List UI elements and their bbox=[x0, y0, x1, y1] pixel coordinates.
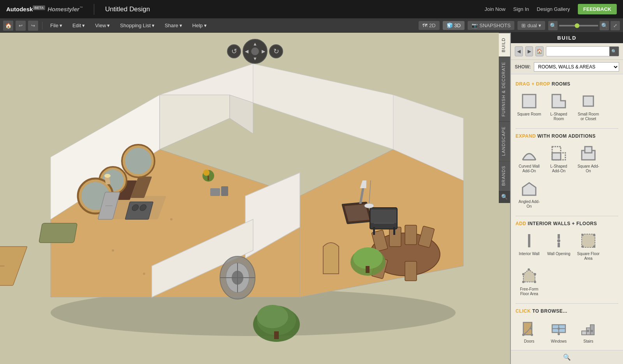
pan-right-arrow[interactable]: ▶ bbox=[262, 49, 265, 54]
svg-marker-87 bbox=[523, 270, 535, 282]
zoom-slider[interactable] bbox=[559, 25, 598, 26]
build-tab-header[interactable]: BUILD bbox=[511, 33, 623, 43]
landscape-tab[interactable]: LANDSCAPE bbox=[499, 121, 510, 161]
square-addon-card[interactable]: Square Add-On bbox=[575, 142, 602, 175]
curved-wall-icon bbox=[519, 144, 539, 163]
svg-point-55 bbox=[170, 218, 172, 220]
floor-plan-canvas[interactable] bbox=[0, 33, 510, 364]
expand-button[interactable]: ⤢ bbox=[611, 21, 620, 30]
svg-marker-77 bbox=[523, 183, 536, 195]
build-tab[interactable]: BUILD bbox=[499, 33, 510, 57]
pan-down-arrow[interactable]: ▼ bbox=[253, 56, 257, 61]
pan-left-arrow[interactable]: ◀ bbox=[245, 49, 248, 54]
windows-card[interactable]: Windows bbox=[545, 317, 572, 345]
rooms-section-header: DRAG + DROP ROOMS bbox=[516, 78, 618, 88]
small-room-label: Small Room or Closet bbox=[576, 112, 600, 121]
undo-button[interactable]: ↩ bbox=[16, 21, 26, 31]
svg-point-56 bbox=[143, 273, 145, 275]
view-2d-button[interactable]: 🗺 2D bbox=[419, 21, 440, 30]
svg-rect-66 bbox=[39, 223, 77, 243]
l-shaped-addon-label: L-Shaped Add-On bbox=[547, 164, 571, 173]
menu-file[interactable]: File ▾ bbox=[46, 21, 66, 30]
svg-rect-71 bbox=[583, 96, 593, 106]
brand-name: AutodeskBETA bbox=[6, 6, 45, 12]
l-shaped-addon-card[interactable]: L-Shaped Add-On bbox=[545, 142, 572, 175]
svg-point-84 bbox=[593, 234, 595, 236]
doors-card[interactable]: Doors bbox=[516, 317, 543, 345]
menu-help[interactable]: Help ▾ bbox=[188, 21, 211, 30]
svg-point-85 bbox=[581, 245, 584, 248]
zoom-controls: 🔍 🔍 ⤢ bbox=[548, 21, 620, 30]
menu-view[interactable]: View ▾ bbox=[91, 21, 114, 30]
zoom-thumb[interactable] bbox=[575, 23, 579, 28]
free-form-floor-card[interactable]: Free-Form Floor Area bbox=[516, 265, 543, 298]
l-shaped-room-card[interactable]: L-Shaped Room bbox=[545, 90, 572, 123]
canvas-area[interactable]: ↺ ▲ ◀ ▶ ▼ ↻ bbox=[0, 33, 510, 364]
angled-addon-card[interactable]: Angled Add-On bbox=[516, 177, 543, 210]
magnify-icon[interactable]: 🔍 bbox=[561, 352, 572, 362]
free-form-floor-label: Free-Form Floor Area bbox=[517, 287, 541, 296]
zoom-out-button[interactable]: 🔍 bbox=[548, 21, 558, 30]
curved-wall-card[interactable]: Curved Wall Add-On bbox=[516, 142, 543, 175]
doors-icon bbox=[519, 318, 539, 338]
menu-share[interactable]: Share ▾ bbox=[161, 21, 186, 30]
pan-up-arrow[interactable]: ▲ bbox=[253, 41, 257, 47]
sidebar-search-icon[interactable]: 🔍 bbox=[499, 191, 510, 203]
square-addon-icon bbox=[579, 144, 598, 163]
rooms-header-normal: ROOMS bbox=[552, 81, 570, 87]
2d-icon: 🗺 bbox=[422, 23, 428, 28]
interior-wall-card[interactable]: Interior Wall bbox=[516, 229, 543, 262]
square-addon-label: Square Add-On bbox=[576, 164, 600, 173]
forward-button[interactable]: ▶ bbox=[525, 46, 533, 56]
menu-shopping-list[interactable]: Shopping List ▾ bbox=[116, 21, 158, 30]
camera-icon: 📷 bbox=[472, 23, 478, 28]
brands-tab[interactable]: BRANDS bbox=[499, 161, 510, 191]
svg-point-105 bbox=[587, 330, 589, 332]
browse-header-highlight: CLICK bbox=[516, 308, 531, 314]
rooms-header-highlight: DRAG + DROP bbox=[516, 81, 550, 87]
design-gallery-link[interactable]: Design Gallery bbox=[537, 6, 570, 12]
sign-in-link[interactable]: Sign In bbox=[513, 6, 529, 12]
menu-edit[interactable]: Edit ▾ bbox=[69, 21, 89, 30]
doors-label: Doors bbox=[524, 339, 535, 344]
search-input[interactable] bbox=[546, 47, 609, 56]
svg-rect-36 bbox=[405, 225, 417, 245]
back-button[interactable]: ◀ bbox=[515, 46, 523, 56]
topbar: AutodeskBETA Homestyler™ Untitled Design… bbox=[0, 0, 623, 19]
feedback-button[interactable]: FEEDBACK bbox=[578, 4, 617, 14]
rotate-right-button[interactable]: ↻ bbox=[269, 44, 283, 58]
wall-opening-card[interactable]: Wall Opening bbox=[545, 229, 572, 262]
dual-view-button[interactable]: ⊞ dual ▾ bbox=[517, 21, 545, 30]
svg-point-86 bbox=[593, 245, 595, 248]
pan-control[interactable]: ▲ ◀ ▶ ▼ bbox=[243, 39, 268, 64]
square-floor-card[interactable]: Square Floor Area bbox=[575, 229, 602, 262]
small-room-card[interactable]: Small Room or Closet bbox=[575, 90, 602, 123]
zoom-in-button[interactable]: 🔍 bbox=[600, 21, 609, 30]
sidebar-nav: ◀ ▶ 🏠 🔍 bbox=[511, 43, 623, 60]
redo-button[interactable]: ↪ bbox=[28, 21, 38, 31]
svg-rect-76 bbox=[585, 147, 592, 153]
furnish-tab[interactable]: FURNISH & DECORATE bbox=[499, 57, 510, 121]
search-button[interactable]: 🔍 bbox=[609, 47, 619, 56]
view-3d-button[interactable]: 🧊 3D bbox=[443, 21, 465, 30]
svg-rect-41 bbox=[371, 210, 396, 223]
svg-point-83 bbox=[581, 234, 584, 236]
svg-rect-44 bbox=[393, 227, 395, 235]
home-sidebar-button[interactable]: 🏠 bbox=[535, 46, 544, 56]
svg-point-106 bbox=[591, 330, 593, 332]
svg-point-88 bbox=[522, 281, 524, 283]
svg-point-91 bbox=[534, 273, 536, 275]
stairs-card[interactable]: Stairs bbox=[575, 317, 602, 345]
home-button[interactable]: 🏠 bbox=[3, 21, 13, 31]
square-room-card[interactable]: Square Room bbox=[516, 90, 543, 123]
beta-badge: BETA bbox=[33, 5, 45, 10]
3d-icon: 🧊 bbox=[447, 23, 453, 28]
snapshots-button[interactable]: 📷 SNAPSHOTS bbox=[468, 21, 514, 30]
menubar: 🏠 ↩ ↪ File ▾ Edit ▾ View ▾ Shopping List… bbox=[0, 19, 623, 33]
rotate-left-button[interactable]: ↺ bbox=[227, 44, 241, 58]
svg-rect-50 bbox=[274, 331, 279, 339]
show-select[interactable]: ROOMS, WALLS & AREAS bbox=[534, 62, 619, 72]
join-now-link[interactable]: Join Now bbox=[485, 6, 505, 12]
browse-section-header: CLICK TO BROWSE... bbox=[516, 305, 618, 315]
stairs-icon bbox=[579, 318, 598, 338]
